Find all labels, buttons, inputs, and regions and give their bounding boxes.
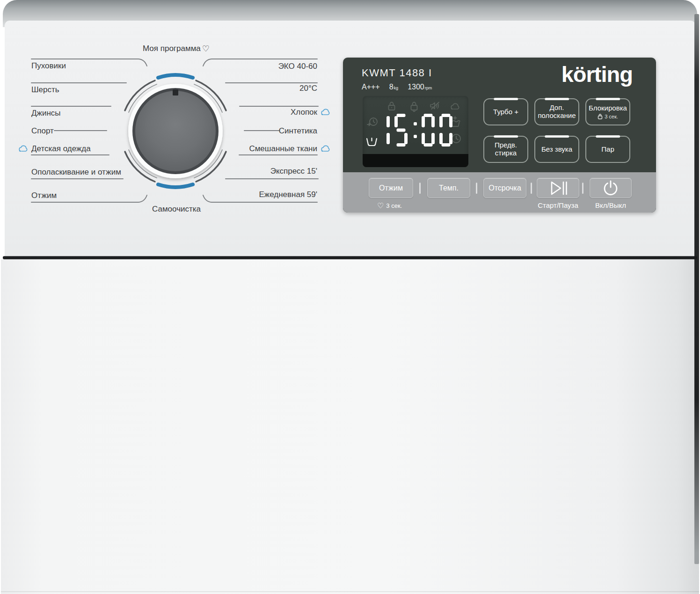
delay-button[interactable]: Отсрочка (483, 178, 526, 198)
lock-icon (598, 113, 603, 119)
program-label-duvets: Пуховики (31, 61, 66, 71)
led-display (363, 96, 468, 167)
extra-rinse-button[interactable]: Доп. полоскание (534, 98, 579, 125)
child-lock-button[interactable]: Блокировка 3 сек. (585, 98, 630, 125)
capacity: 8kg (389, 83, 398, 91)
heart-icon: ♡ (202, 44, 210, 53)
start-pause-label: Старт/Пауза (537, 201, 579, 209)
lock-icon (387, 101, 396, 112)
display-bottom-strip (363, 154, 468, 167)
brand-logo: körting (561, 61, 633, 87)
knob-marker (173, 89, 178, 95)
program-label-cotton: Хлопок (291, 108, 317, 117)
separator (419, 183, 421, 194)
steam-cloud-icon (450, 102, 461, 110)
temp-button[interactable]: Темп. (427, 178, 470, 198)
program-label-baby-clothes: Детская одежда (31, 144, 91, 154)
prewash-button[interactable]: Предв. стирка (483, 136, 528, 163)
lid-seam (3, 256, 697, 259)
display-digits (377, 114, 454, 148)
program-label-mixed-fabrics: Смешанные ткани (249, 144, 317, 154)
program-label-synthetics: Синтетика (279, 126, 317, 136)
control-panel: KWMT 1488 I A+++ 8kg 1300rpm körting (343, 58, 656, 213)
program-label-jeans: Джинсы (31, 109, 61, 118)
program-label-sport: Спорт (31, 126, 54, 136)
program-knob[interactable] (128, 84, 223, 178)
max-spin: 1300rpm (408, 83, 432, 91)
program-label-rinse-spin: Ополаскивание и отжим (31, 168, 121, 177)
start-pause-button[interactable] (537, 178, 579, 198)
option-buttons: Турбо + Доп. полоскание Блокировка 3 сек… (483, 98, 630, 163)
program-label-20c: 20°C (299, 84, 317, 93)
energy-class: A+++ (362, 83, 380, 91)
machine-body (1, 259, 699, 594)
child-lock-icon (409, 101, 419, 112)
mute-button[interactable]: Без звука (534, 136, 579, 163)
separator (531, 183, 532, 194)
program-label-spin: Отжим (31, 191, 57, 200)
spin-button[interactable]: Отжим (369, 178, 413, 198)
program-label-express-15: Экспресс 15' (270, 167, 317, 176)
spec-row: A+++ 8kg 1300rpm (362, 83, 432, 91)
machine-right-edge (694, 14, 699, 564)
play-pause-icon (548, 180, 568, 196)
steam-cloud-icon (18, 144, 29, 153)
steam-cloud-icon (320, 108, 331, 116)
separator (476, 183, 477, 194)
program-label-daily-59: Ежедневная 59' (259, 190, 317, 199)
spin-hold-hint: ♡ 3 сек. (376, 201, 402, 210)
program-label-my-program: Моя программа♡ (143, 44, 210, 53)
heart-icon: ♡ (377, 201, 384, 210)
function-strip: Отжим Темп. Отсрочка ♡ (343, 172, 656, 213)
turbo-button[interactable]: Турбо + (483, 98, 528, 125)
mute-icon (430, 101, 441, 110)
program-label-eco-40-60: ЭКО 40-60 (278, 62, 317, 71)
steam-button[interactable]: Пар (585, 136, 630, 163)
power-icon (602, 180, 619, 197)
steam-cloud-icon (320, 144, 331, 153)
model-number: KWMT 1488 I (362, 67, 432, 79)
program-label-self-clean: Самоочистка (152, 205, 201, 214)
program-label-wool: Шерсть (31, 85, 59, 95)
power-button[interactable] (590, 178, 632, 198)
separator (582, 183, 583, 194)
power-label: Вкл/Выкл (590, 201, 632, 209)
